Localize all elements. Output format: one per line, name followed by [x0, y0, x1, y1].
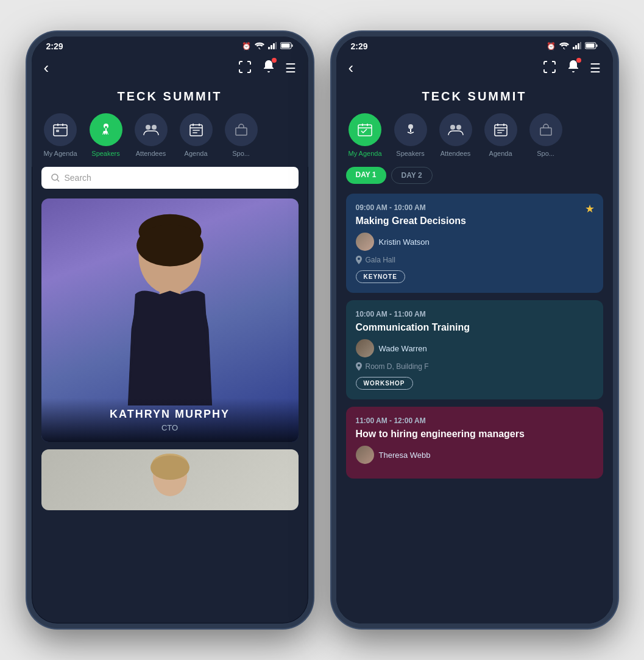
svg-rect-32 [596, 44, 597, 47]
notif-dot-2 [576, 58, 581, 63]
agenda-card-2[interactable]: 11:00 AM - 12:00 AM How to hiring engine… [346, 407, 603, 479]
speaker-name-2: Theresa Webb [379, 451, 431, 460]
back-button-2[interactable]: ‹ [349, 58, 354, 77]
tab-attendees-1[interactable]: Attendees [129, 113, 174, 157]
notification-icon-2[interactable] [567, 59, 580, 77]
tab-label-spo-1: Spo... [232, 150, 250, 157]
tab-agenda-1[interactable]: Agenda [174, 113, 219, 157]
battery-icon [280, 42, 294, 51]
svg-rect-15 [193, 130, 200, 131]
svg-rect-7 [54, 125, 67, 136]
speaker-avatar-2 [356, 446, 374, 464]
signal-icon-2 [573, 42, 581, 51]
svg-rect-16 [193, 132, 197, 133]
location-text-1: Room D, Building F [366, 362, 429, 371]
day1-tab[interactable]: DAY 1 [346, 167, 386, 184]
agenda-speaker-2: Theresa Webb [356, 446, 593, 464]
status-time-1: 2:29 [46, 41, 63, 51]
app-title-1: TECK SUMMIT [32, 85, 308, 113]
alarm-icon-2: ⏰ [547, 42, 556, 51]
agenda-title-1: Communication Training [356, 322, 593, 333]
agenda-time-2: 11:00 AM - 12:00 AM [356, 416, 593, 425]
location-text-0: Gala Hall [366, 256, 395, 264]
tab-spo-1[interactable]: Spo... [219, 113, 264, 157]
tab-my-agenda-2[interactable]: My Agenda [342, 113, 388, 157]
scan-icon-2[interactable] [542, 60, 557, 77]
svg-rect-8 [56, 130, 59, 132]
day2-tab[interactable]: DAY 2 [391, 167, 433, 184]
tab-agenda-2[interactable]: Agenda [478, 113, 523, 157]
tab-spo-2[interactable]: Spo... [523, 113, 568, 157]
badge-1: WORKSHOP [356, 377, 413, 390]
status-bar-2: 2:29 ⏰ [336, 37, 613, 54]
tab-my-agenda-1[interactable]: My Agenda [38, 113, 83, 157]
svg-rect-41 [497, 132, 502, 133]
tab-speakers-2[interactable]: Speakers [388, 113, 433, 157]
agenda-time-0: 09:00 AM - 10:00 AM [356, 203, 593, 212]
speaker-info-kathryn: KATHRYN MURPHY CTO [41, 398, 299, 442]
tab-icon-attendees-2 [439, 113, 472, 146]
svg-rect-40 [497, 130, 504, 131]
wifi-icon [255, 42, 264, 51]
tab-label-my-agenda-1: My Agenda [44, 150, 77, 157]
tab-speakers-1[interactable]: Speakers [83, 113, 129, 157]
search-placeholder: Search [65, 173, 91, 183]
svg-point-13 [152, 125, 157, 130]
tab-icon-spo-1 [225, 113, 258, 146]
nav-center-2: ☰ [542, 59, 601, 77]
tab-icon-agenda-1 [180, 113, 213, 146]
day-tabs: DAY 1 DAY 2 [336, 167, 613, 194]
status-icons-1: ⏰ [242, 42, 294, 51]
tab-label-speakers-1: Speakers [91, 150, 119, 157]
star-icon-0[interactable]: ★ [585, 202, 595, 216]
tab-label-attendees-2: Attendees [441, 150, 471, 157]
speaker-title-kathryn: CTO [51, 423, 289, 432]
app-title-2: TECK SUMMIT [336, 85, 613, 113]
agenda-speaker-0: Kristin Watson [356, 233, 593, 251]
svg-rect-29 [578, 43, 579, 49]
menu-icon-2[interactable]: ☰ [590, 61, 601, 75]
phones-container: 2:29 ⏰ [27, 32, 618, 628]
menu-icon-1[interactable]: ☰ [285, 61, 296, 75]
search-bar[interactable]: Search [41, 167, 299, 189]
notif-dot-1 [272, 58, 277, 63]
nav-center-1: ☰ [238, 59, 296, 77]
svg-point-23 [136, 225, 203, 267]
agenda-list: ★ 09:00 AM - 10:00 AM Making Great Decis… [336, 194, 613, 623]
speaker-card-second[interactable] [41, 449, 299, 510]
agenda-card-1[interactable]: 10:00 AM - 11:00 AM Communication Traini… [346, 300, 603, 399]
svg-rect-33 [586, 43, 594, 47]
nav-tabs-2: My Agenda Speakers [336, 113, 613, 167]
svg-point-10 [105, 126, 107, 128]
tab-attendees-2[interactable]: Attendees [433, 113, 478, 157]
tab-icon-my-agenda-1 [44, 113, 77, 146]
speaker-card-kathryn[interactable]: KATHRYN MURPHY CTO [41, 198, 299, 442]
svg-point-12 [146, 125, 150, 130]
alarm-icon: ⏰ [242, 42, 251, 51]
status-bar-1: 2:29 ⏰ [32, 37, 308, 54]
back-button-1[interactable]: ‹ [44, 58, 49, 77]
svg-rect-28 [575, 45, 577, 49]
svg-point-18 [52, 174, 58, 180]
tab-icon-agenda-2 [484, 113, 517, 146]
speakers-list: KATHRYN MURPHY CTO [32, 198, 308, 623]
tab-icon-my-agenda-2 [349, 113, 381, 146]
agenda-title-2: How to hiring engineering managers [356, 429, 593, 440]
svg-rect-1 [271, 45, 272, 49]
svg-rect-2 [273, 43, 275, 49]
signal-icon [268, 42, 277, 51]
tab-icon-speakers-2 [394, 113, 427, 146]
tab-icon-attendees-1 [135, 113, 168, 146]
wifi-icon-2 [559, 42, 569, 51]
agenda-location-1: Room D, Building F [356, 362, 593, 371]
notification-icon-1[interactable] [262, 59, 275, 77]
tab-label-attendees-1: Attendees [136, 150, 166, 157]
tab-label-spo-2: Spo... [537, 150, 554, 157]
speaker-avatar-0 [356, 233, 374, 251]
svg-point-38 [456, 125, 461, 130]
agenda-time-1: 10:00 AM - 11:00 AM [356, 310, 593, 318]
scan-icon-1[interactable] [238, 60, 252, 77]
tab-label-my-agenda-2: My Agenda [349, 150, 382, 157]
agenda-card-0[interactable]: ★ 09:00 AM - 10:00 AM Making Great Decis… [346, 194, 603, 293]
svg-rect-6 [281, 43, 289, 47]
